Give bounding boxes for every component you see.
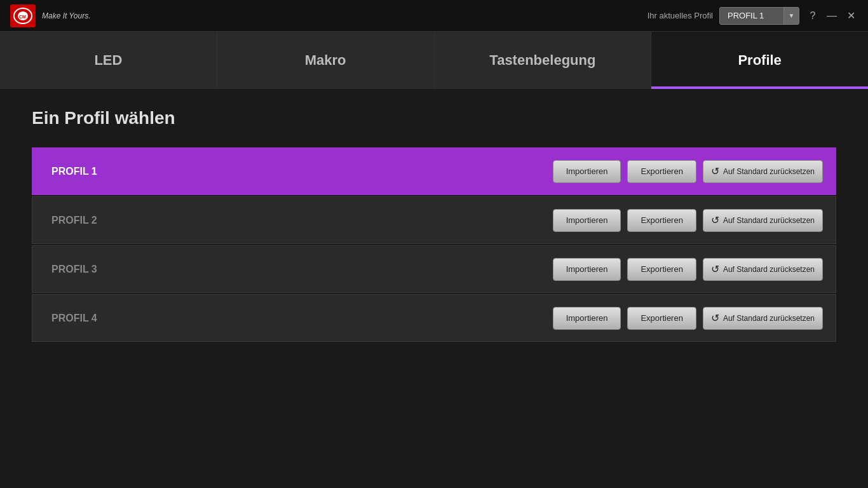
profile-row-4[interactable]: PROFIL 4ImportierenExportieren↺Auf Stand…	[32, 294, 836, 342]
help-button[interactable]: ?	[806, 9, 820, 23]
tab-profile[interactable]: Profile	[651, 32, 868, 89]
profile-row-1[interactable]: PROFIL 1ImportierenExportieren↺Auf Stand…	[32, 147, 836, 195]
minimize-button[interactable]: —	[825, 9, 839, 23]
profile-actions-4: ImportierenExportieren↺Auf Standard zurü…	[553, 307, 836, 330]
profile-dropdown-arrow[interactable]: ▼	[783, 8, 799, 24]
reset-button-4[interactable]: ↺Auf Standard zurücksetzen	[703, 307, 823, 330]
close-button[interactable]: ✕	[844, 9, 858, 23]
brand-text: Make It Yours.	[42, 11, 90, 20]
profile-name-2: PROFIL 2	[32, 215, 553, 226]
reset-label-3: Auf Standard zurücksetzen	[723, 265, 815, 274]
profile-name-4: PROFIL 4	[32, 313, 553, 324]
profile-dropdown-value: PROFIL 1	[720, 8, 783, 24]
export-button-2[interactable]: Exportieren	[627, 209, 696, 232]
titlebar-right: Ihr aktuelles Profil PROFIL 1 ▼ ? — ✕	[648, 7, 858, 25]
main-content: Ein Profil wählen PROFIL 1ImportierenExp…	[0, 89, 868, 362]
import-button-1[interactable]: Importieren	[553, 160, 621, 183]
logo: CM	[10, 4, 36, 27]
reset-icon-4: ↺	[711, 312, 719, 324]
export-button-4[interactable]: Exportieren	[627, 307, 696, 330]
profile-row-3[interactable]: PROFIL 3ImportierenExportieren↺Auf Stand…	[32, 245, 836, 293]
tab-makro[interactable]: Makro	[217, 32, 435, 89]
import-button-2[interactable]: Importieren	[553, 209, 621, 232]
import-button-4[interactable]: Importieren	[553, 307, 621, 330]
logo-area: CM Make It Yours.	[10, 4, 90, 27]
reset-icon-2: ↺	[711, 214, 719, 226]
svg-text:CM: CM	[19, 15, 26, 19]
reset-label-2: Auf Standard zurücksetzen	[723, 216, 815, 225]
profile-row-2[interactable]: PROFIL 2ImportierenExportieren↺Auf Stand…	[32, 196, 836, 244]
reset-label-1: Auf Standard zurücksetzen	[723, 167, 815, 176]
profile-actions-3: ImportierenExportieren↺Auf Standard zurü…	[553, 258, 836, 281]
tab-tastenbelegung[interactable]: Tastenbelegung	[435, 32, 652, 89]
reset-icon-1: ↺	[711, 165, 719, 177]
export-button-1[interactable]: Exportieren	[627, 160, 696, 183]
import-button-3[interactable]: Importieren	[553, 258, 621, 281]
export-button-3[interactable]: Exportieren	[627, 258, 696, 281]
page-title: Ein Profil wählen	[32, 108, 836, 128]
reset-button-1[interactable]: ↺Auf Standard zurücksetzen	[703, 160, 823, 183]
profile-name-3: PROFIL 3	[32, 264, 553, 275]
reset-icon-3: ↺	[711, 263, 719, 275]
profile-actions-1: ImportierenExportieren↺Auf Standard zurü…	[553, 160, 836, 183]
profile-name-1: PROFIL 1	[32, 166, 553, 177]
titlebar-buttons: ? — ✕	[806, 9, 858, 23]
profiles-container: PROFIL 1ImportierenExportieren↺Auf Stand…	[32, 147, 836, 342]
tabs: LED Makro Tastenbelegung Profile	[0, 32, 868, 89]
tab-led[interactable]: LED	[0, 32, 217, 89]
reset-label-4: Auf Standard zurücksetzen	[723, 314, 815, 323]
profile-actions-2: ImportierenExportieren↺Auf Standard zurü…	[553, 209, 836, 232]
current-profile-label: Ihr aktuelles Profil	[648, 11, 713, 20]
profile-dropdown[interactable]: PROFIL 1 ▼	[719, 7, 799, 25]
reset-button-2[interactable]: ↺Auf Standard zurücksetzen	[703, 209, 823, 232]
reset-button-3[interactable]: ↺Auf Standard zurücksetzen	[703, 258, 823, 281]
titlebar: CM Make It Yours. Ihr aktuelles Profil P…	[0, 0, 868, 32]
